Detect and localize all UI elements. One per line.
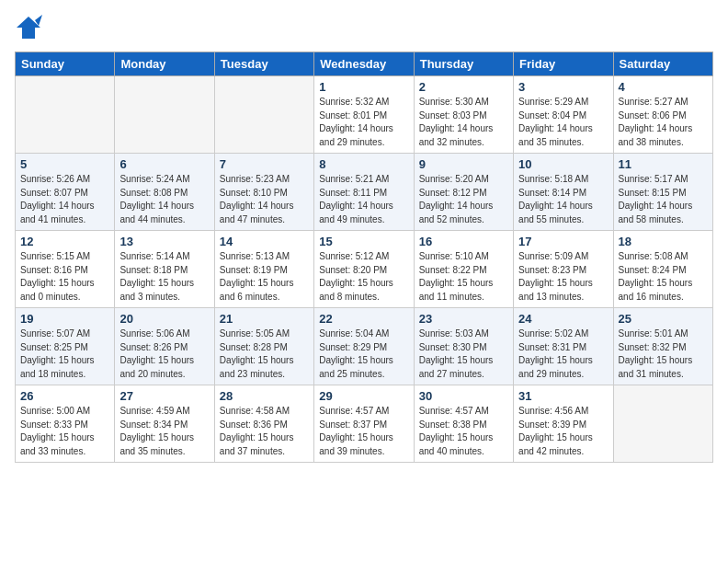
calendar-week-row: 12Sunrise: 5:15 AM Sunset: 8:16 PM Dayli… xyxy=(16,231,713,308)
day-info: Sunrise: 5:09 AM Sunset: 8:23 PM Dayligh… xyxy=(518,250,608,304)
column-header-friday: Friday xyxy=(514,52,613,76)
day-number: 17 xyxy=(518,235,608,248)
day-number: 23 xyxy=(419,312,508,326)
day-number: 27 xyxy=(119,389,209,403)
calendar-cell: 22Sunrise: 5:04 AM Sunset: 8:29 PM Dayli… xyxy=(314,308,414,385)
calendar-cell: 28Sunrise: 4:58 AM Sunset: 8:36 PM Dayli… xyxy=(214,385,313,463)
day-number: 22 xyxy=(319,312,408,326)
day-info: Sunrise: 5:00 AM Sunset: 8:33 PM Dayligh… xyxy=(20,405,109,458)
day-info: Sunrise: 5:23 AM Sunset: 8:10 PM Dayligh… xyxy=(220,173,309,226)
calendar-cell: 3Sunrise: 5:29 AM Sunset: 8:04 PM Daylig… xyxy=(514,76,613,154)
day-info: Sunrise: 5:15 AM Sunset: 8:16 PM Dayligh… xyxy=(20,250,109,304)
day-info: Sunrise: 5:06 AM Sunset: 8:26 PM Dayligh… xyxy=(119,327,209,381)
column-header-wednesday: Wednesday xyxy=(314,52,414,76)
day-number: 21 xyxy=(220,312,309,326)
day-number: 24 xyxy=(518,312,608,326)
calendar-cell: 2Sunrise: 5:30 AM Sunset: 8:03 PM Daylig… xyxy=(414,76,513,154)
day-info: Sunrise: 4:59 AM Sunset: 8:34 PM Dayligh… xyxy=(119,405,209,458)
day-number: 1 xyxy=(319,80,408,94)
day-info: Sunrise: 5:27 AM Sunset: 8:06 PM Dayligh… xyxy=(619,96,708,149)
day-info: Sunrise: 5:24 AM Sunset: 8:08 PM Dayligh… xyxy=(119,173,209,226)
day-info: Sunrise: 5:14 AM Sunset: 8:18 PM Dayligh… xyxy=(119,250,209,304)
calendar-cell: 6Sunrise: 5:24 AM Sunset: 8:08 PM Daylig… xyxy=(115,154,214,231)
day-info: Sunrise: 5:10 AM Sunset: 8:22 PM Dayligh… xyxy=(419,250,508,304)
calendar-cell: 29Sunrise: 4:57 AM Sunset: 8:37 PM Dayli… xyxy=(314,385,414,463)
day-number: 9 xyxy=(419,157,508,171)
day-number: 20 xyxy=(119,312,209,326)
calendar-cell: 16Sunrise: 5:10 AM Sunset: 8:22 PM Dayli… xyxy=(414,231,513,308)
column-header-saturday: Saturday xyxy=(613,52,712,76)
day-number: 6 xyxy=(119,157,209,171)
calendar-cell: 24Sunrise: 5:02 AM Sunset: 8:31 PM Dayli… xyxy=(514,308,613,385)
day-number: 14 xyxy=(220,235,309,248)
calendar-week-row: 5Sunrise: 5:26 AM Sunset: 8:07 PM Daylig… xyxy=(16,154,713,231)
calendar-cell: 19Sunrise: 5:07 AM Sunset: 8:25 PM Dayli… xyxy=(16,308,115,385)
day-number: 10 xyxy=(518,157,608,171)
calendar-week-row: 26Sunrise: 5:00 AM Sunset: 8:33 PM Dayli… xyxy=(16,385,713,463)
day-number: 7 xyxy=(220,157,309,171)
calendar-cell: 26Sunrise: 5:00 AM Sunset: 8:33 PM Dayli… xyxy=(16,385,115,463)
column-header-monday: Monday xyxy=(115,52,214,76)
calendar-cell: 8Sunrise: 5:21 AM Sunset: 8:11 PM Daylig… xyxy=(314,154,414,231)
calendar-cell: 4Sunrise: 5:27 AM Sunset: 8:06 PM Daylig… xyxy=(613,76,712,154)
day-info: Sunrise: 4:56 AM Sunset: 8:39 PM Dayligh… xyxy=(518,405,608,458)
day-info: Sunrise: 5:05 AM Sunset: 8:28 PM Dayligh… xyxy=(220,327,309,381)
calendar-cell: 9Sunrise: 5:20 AM Sunset: 8:12 PM Daylig… xyxy=(414,154,513,231)
day-number: 3 xyxy=(518,80,608,94)
calendar-cell xyxy=(115,76,214,154)
calendar-header-row: SundayMondayTuesdayWednesdayThursdayFrid… xyxy=(16,52,713,76)
day-info: Sunrise: 5:02 AM Sunset: 8:31 PM Dayligh… xyxy=(518,327,608,381)
day-number: 18 xyxy=(619,235,708,248)
day-number: 4 xyxy=(619,80,708,94)
calendar-cell xyxy=(214,76,313,154)
calendar-cell: 14Sunrise: 5:13 AM Sunset: 8:19 PM Dayli… xyxy=(214,231,313,308)
day-info: Sunrise: 5:03 AM Sunset: 8:30 PM Dayligh… xyxy=(419,327,508,381)
calendar-cell: 23Sunrise: 5:03 AM Sunset: 8:30 PM Dayli… xyxy=(414,308,513,385)
day-info: Sunrise: 5:18 AM Sunset: 8:14 PM Dayligh… xyxy=(518,173,608,226)
calendar-cell: 7Sunrise: 5:23 AM Sunset: 8:10 PM Daylig… xyxy=(214,154,313,231)
day-info: Sunrise: 5:29 AM Sunset: 8:04 PM Dayligh… xyxy=(518,96,608,149)
day-info: Sunrise: 5:32 AM Sunset: 8:01 PM Dayligh… xyxy=(319,96,408,149)
calendar-cell: 21Sunrise: 5:05 AM Sunset: 8:28 PM Dayli… xyxy=(214,308,313,385)
calendar-cell: 5Sunrise: 5:26 AM Sunset: 8:07 PM Daylig… xyxy=(16,154,115,231)
day-number: 5 xyxy=(20,157,109,171)
logo xyxy=(15,15,44,44)
calendar-cell: 1Sunrise: 5:32 AM Sunset: 8:01 PM Daylig… xyxy=(314,76,414,154)
day-info: Sunrise: 5:08 AM Sunset: 8:24 PM Dayligh… xyxy=(619,250,708,304)
day-info: Sunrise: 4:58 AM Sunset: 8:36 PM Dayligh… xyxy=(220,405,309,458)
day-info: Sunrise: 5:01 AM Sunset: 8:32 PM Dayligh… xyxy=(619,327,708,381)
calendar-week-row: 1Sunrise: 5:32 AM Sunset: 8:01 PM Daylig… xyxy=(16,76,713,154)
day-number: 25 xyxy=(619,312,708,326)
calendar-cell: 31Sunrise: 4:56 AM Sunset: 8:39 PM Dayli… xyxy=(514,385,613,463)
day-info: Sunrise: 4:57 AM Sunset: 8:37 PM Dayligh… xyxy=(319,405,408,458)
calendar-week-row: 19Sunrise: 5:07 AM Sunset: 8:25 PM Dayli… xyxy=(16,308,713,385)
calendar-table: SundayMondayTuesdayWednesdayThursdayFrid… xyxy=(15,52,713,463)
calendar-cell: 20Sunrise: 5:06 AM Sunset: 8:26 PM Dayli… xyxy=(115,308,214,385)
calendar-cell xyxy=(16,76,115,154)
calendar-cell: 17Sunrise: 5:09 AM Sunset: 8:23 PM Dayli… xyxy=(514,231,613,308)
calendar-cell: 13Sunrise: 5:14 AM Sunset: 8:18 PM Dayli… xyxy=(115,231,214,308)
day-info: Sunrise: 5:20 AM Sunset: 8:12 PM Dayligh… xyxy=(419,173,508,226)
page-header xyxy=(15,15,713,44)
column-header-tuesday: Tuesday xyxy=(214,52,313,76)
day-number: 19 xyxy=(20,312,109,326)
calendar-cell: 11Sunrise: 5:17 AM Sunset: 8:15 PM Dayli… xyxy=(613,154,712,231)
day-number: 2 xyxy=(419,80,508,94)
day-number: 30 xyxy=(419,389,508,403)
day-info: Sunrise: 5:13 AM Sunset: 8:19 PM Dayligh… xyxy=(220,250,309,304)
calendar-cell: 12Sunrise: 5:15 AM Sunset: 8:16 PM Dayli… xyxy=(16,231,115,308)
day-number: 12 xyxy=(20,235,109,248)
day-info: Sunrise: 5:30 AM Sunset: 8:03 PM Dayligh… xyxy=(419,96,508,149)
day-number: 8 xyxy=(319,157,408,171)
day-info: Sunrise: 5:26 AM Sunset: 8:07 PM Dayligh… xyxy=(20,173,109,226)
day-number: 16 xyxy=(419,235,508,248)
day-info: Sunrise: 5:21 AM Sunset: 8:11 PM Dayligh… xyxy=(319,173,408,226)
day-info: Sunrise: 5:07 AM Sunset: 8:25 PM Dayligh… xyxy=(20,327,109,381)
day-number: 31 xyxy=(518,389,608,403)
day-number: 29 xyxy=(319,389,408,403)
logo-icon xyxy=(15,15,42,44)
day-info: Sunrise: 5:04 AM Sunset: 8:29 PM Dayligh… xyxy=(319,327,408,381)
day-info: Sunrise: 4:57 AM Sunset: 8:38 PM Dayligh… xyxy=(419,405,508,458)
calendar-cell: 25Sunrise: 5:01 AM Sunset: 8:32 PM Dayli… xyxy=(613,308,712,385)
calendar-cell: 30Sunrise: 4:57 AM Sunset: 8:38 PM Dayli… xyxy=(414,385,513,463)
